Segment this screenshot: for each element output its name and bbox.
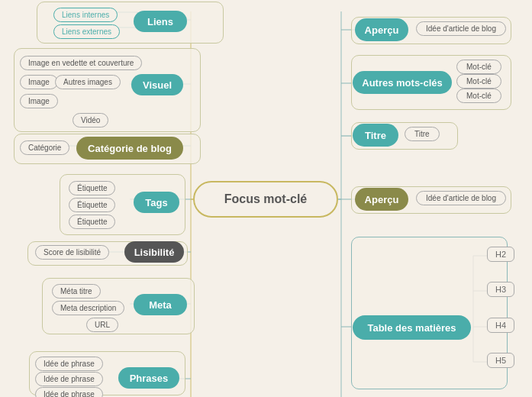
sub-titre: Titre [405, 127, 440, 141]
sub-autres-images: Autres images [55, 75, 121, 89]
center-label: Focus mot-clé [224, 192, 307, 206]
main-table: Table des matières [353, 315, 471, 340]
main-liens: Liens [134, 11, 187, 32]
sub-phrase2: Idée de phrase [35, 372, 103, 386]
sub-apercu1-idea: Idée d'article de blog [416, 21, 506, 36]
sub-meta-desc: Meta description [52, 301, 124, 315]
main-lisibilite: Lisibilité [124, 241, 184, 263]
sub-video: Vidéo [73, 113, 108, 127]
sub-mot1: Mot-clé [456, 60, 501, 74]
main-apercu2: Aperçu [355, 188, 408, 211]
sub-score: Score de lisibilité [35, 245, 109, 260]
main-meta: Meta [134, 294, 187, 315]
sub-image2: Image [20, 94, 58, 108]
center-node: Focus mot-clé [193, 181, 338, 218]
group-table [351, 237, 508, 389]
sub-phrase3: Idée de phrase [35, 387, 103, 397]
h5-node: H5 [487, 353, 514, 368]
sub-url: URL [86, 318, 118, 332]
h4-node: H4 [487, 318, 514, 333]
main-apercu1: Aperçu [355, 18, 408, 41]
main-titre: Titre [353, 124, 398, 147]
sub-etiquette1: Étiquette [69, 181, 115, 195]
main-phrases: Phrases [118, 367, 179, 389]
sub-liens-externes: Liens externes [53, 24, 120, 39]
sub-apercu2-idea: Idée d'article de blog [416, 191, 506, 205]
h2-node: H2 [487, 247, 514, 262]
h3-node: H3 [487, 282, 514, 297]
sub-meta-titre: Méta titre [52, 284, 101, 299]
sub-etiquette2: Étiquette [69, 198, 115, 212]
sub-image-vedette: Image en vedette et couverture [20, 56, 142, 70]
sub-liens-internes: Liens internes [53, 8, 118, 22]
main-categorie: Catégorie de blog [76, 137, 183, 160]
main-tags: Tags [134, 192, 179, 213]
sub-image1: Image [20, 75, 58, 89]
main-visuel: Visuel [131, 74, 183, 95]
sub-phrase1: Idée de phrase [35, 357, 103, 371]
sub-etiquette3: Étiquette [69, 215, 115, 229]
sub-mot2: Mot-clé [456, 74, 501, 89]
sub-categorie: Catégorie [20, 140, 69, 155]
main-autres-mots: Autres mots-clés [353, 71, 452, 94]
sub-mot3: Mot-clé [456, 89, 501, 103]
